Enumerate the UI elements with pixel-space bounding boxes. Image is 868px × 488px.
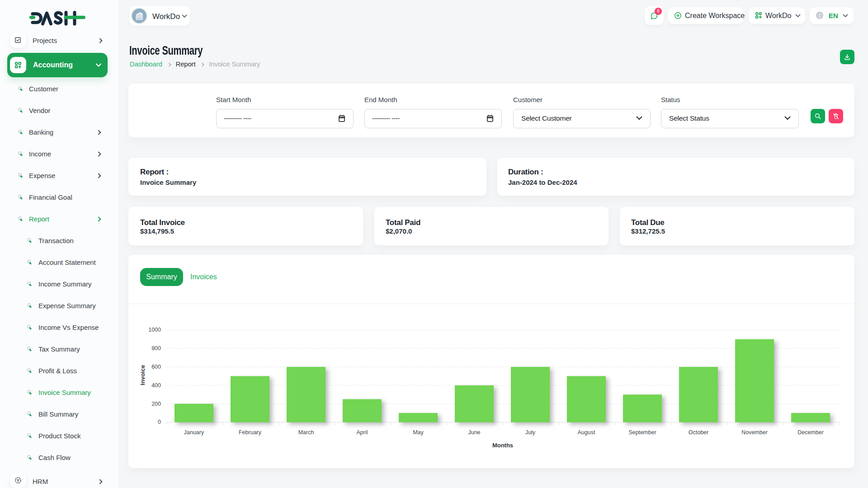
svg-text:400: 400 — [151, 382, 161, 389]
svg-text:200: 200 — [151, 401, 161, 407]
svg-text:600: 600 — [151, 364, 161, 370]
svg-text:February: February — [239, 429, 262, 436]
svg-text:September: September — [628, 429, 656, 436]
svg-text:November: November — [741, 429, 768, 436]
svg-text:800: 800 — [151, 345, 161, 352]
svg-text:Invoice: Invoice — [139, 365, 146, 385]
svg-text:May: May — [413, 429, 424, 436]
svg-text:Months: Months — [492, 442, 513, 449]
svg-text:December: December — [797, 429, 824, 436]
svg-text:October: October — [689, 429, 708, 436]
svg-text:June: June — [468, 429, 480, 436]
svg-text:January: January — [184, 429, 204, 436]
svg-text:April: April — [356, 429, 368, 436]
svg-text:0: 0 — [158, 419, 161, 425]
svg-text:1000: 1000 — [148, 327, 161, 333]
svg-text:March: March — [298, 429, 314, 436]
svg-text:August: August — [578, 429, 595, 436]
svg-text:July: July — [525, 429, 536, 436]
